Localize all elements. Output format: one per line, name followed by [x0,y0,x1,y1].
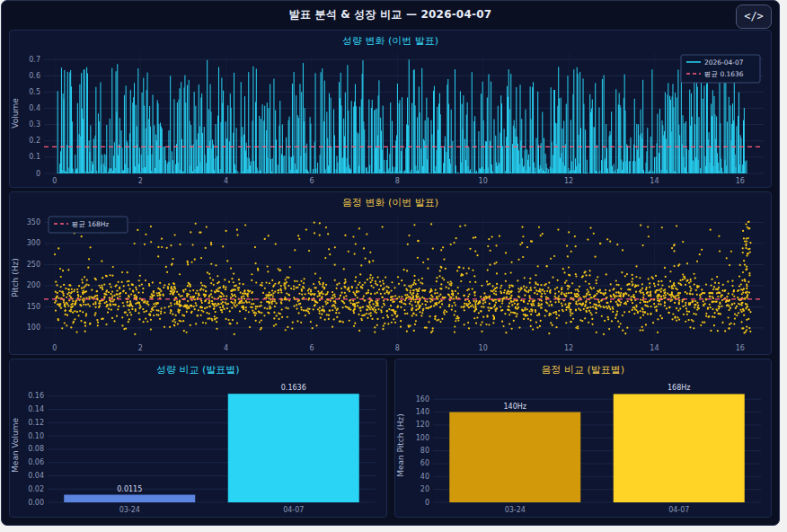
svg-text:0.2: 0.2 [29,137,40,145]
legend[interactable]: 평균 168Hz [49,217,128,233]
svg-text:8: 8 [395,177,400,185]
svg-text:4: 4 [224,344,228,352]
bar-04-07[interactable] [228,394,359,502]
legend[interactable]: 2026-04-07평균 0.1636 [681,55,760,83]
svg-text:0.06: 0.06 [28,458,44,466]
pitch-scatter-points [54,221,752,335]
volume-timeline-svg: 024681012141600.10.20.30.40.50.60.7Volum… [10,48,771,187]
volume-comparison-title: 성량 비교 (발표별) [10,359,386,377]
svg-text:20: 20 [420,485,429,493]
svg-text:2026-04-07: 2026-04-07 [704,58,744,66]
svg-text:14: 14 [650,344,659,352]
volume-comparison-svg: 0.000.020.040.060.080.100.120.140.16Mean… [10,377,386,517]
svg-text:40: 40 [420,473,429,481]
bar-value-label: 0.1636 [281,384,306,392]
svg-text:100: 100 [415,434,429,442]
header: 발표 분석 & 성장 비교 — 2026-04-07 </> [2,1,779,28]
x-tick-label: 04-07 [283,506,304,514]
x-tick-label: 04-07 [668,506,689,514]
svg-text:80: 80 [420,447,429,455]
svg-text:평균 0.1636: 평균 0.1636 [704,70,744,78]
bar-value-label: 140Hz [503,403,526,411]
svg-text:10: 10 [479,177,488,185]
pitch-comparison-title: 음정 비교 (발표별) [395,359,772,377]
svg-text:0.6: 0.6 [29,72,40,80]
svg-text:250: 250 [27,261,40,269]
svg-text:Volume: Volume [11,98,20,129]
svg-text:0.08: 0.08 [28,445,44,453]
svg-text:140: 140 [415,408,429,416]
volume-timeline-title: 성량 변화 (이번 발표) [10,31,771,48]
svg-text:14: 14 [650,177,659,185]
svg-text:200: 200 [27,281,40,289]
svg-text:10: 10 [479,344,488,352]
svg-text:8: 8 [395,344,400,352]
svg-text:0.4: 0.4 [29,104,40,112]
svg-text:0.5: 0.5 [29,88,40,96]
pitch-timeline-title: 음정 변화 (이번 발표) [10,192,771,209]
x-tick-label: 03-24 [504,506,525,514]
svg-text:평균 168Hz: 평균 168Hz [72,220,109,228]
svg-text:Mean Pitch (Hz): Mean Pitch (Hz) [396,413,405,477]
svg-text:60: 60 [420,459,429,467]
svg-text:6: 6 [309,344,314,352]
x-tick-label: 03-24 [119,506,140,514]
code-icon: </> [744,10,764,22]
svg-text:0.16: 0.16 [28,392,44,400]
svg-text:0: 0 [52,344,57,352]
svg-text:160: 160 [415,395,429,403]
svg-text:0: 0 [52,177,57,185]
pitch-comparison-svg: 020406080100120140160Mean Pitch (Hz)140H… [395,377,772,517]
svg-text:0.02: 0.02 [28,485,44,493]
svg-text:0.7: 0.7 [29,56,40,64]
code-toggle-button[interactable]: </> [736,4,772,29]
svg-text:6: 6 [309,177,314,185]
panel-pitch-comparison: 음정 비교 (발표별) 020406080100120140160Mean Pi… [394,359,773,518]
panel-volume-timeline: 성량 변화 (이번 발표) 024681012141600.10.20.30.4… [9,30,772,188]
svg-text:0: 0 [424,499,429,507]
svg-text:0.12: 0.12 [28,419,44,427]
pitch-timeline-svg: 0246810121416100150200250300350Pitch (Hz… [10,209,771,354]
bar-value-label: 0.0115 [117,485,142,493]
pitch-comparison-chart[interactable]: 020406080100120140160Mean Pitch (Hz)140H… [395,377,772,517]
bar-03-24[interactable] [449,412,580,502]
svg-text:350: 350 [27,218,40,226]
svg-text:16: 16 [736,177,745,185]
svg-text:0.10: 0.10 [28,432,44,440]
svg-text:0.14: 0.14 [28,405,44,413]
panel-volume-comparison: 성량 비교 (발표별) 0.000.020.040.060.080.100.12… [9,359,387,518]
page-title: 발표 분석 & 성장 비교 — 2026-04-07 [289,7,492,22]
svg-text:0.1: 0.1 [29,153,40,161]
bar-value-label: 168Hz [668,384,690,392]
svg-text:0.00: 0.00 [28,499,44,507]
volume-waveform [57,59,747,173]
svg-text:12: 12 [564,177,573,185]
bar-04-07[interactable] [613,394,744,502]
svg-text:2: 2 [138,344,143,352]
svg-text:100: 100 [27,324,40,332]
svg-text:Pitch (Hz): Pitch (Hz) [11,258,20,297]
panel-pitch-timeline: 음정 변화 (이번 발표) 02468101214161001502002503… [9,191,772,355]
svg-text:0.3: 0.3 [29,120,40,129]
svg-text:12: 12 [564,344,573,352]
svg-text:300: 300 [27,239,40,247]
volume-comparison-chart[interactable]: 0.000.020.040.060.080.100.120.140.16Mean… [10,377,386,517]
svg-text:Mean Volume: Mean Volume [11,418,20,473]
svg-text:0: 0 [36,170,40,178]
bar-03-24[interactable] [64,495,195,502]
volume-timeline-chart[interactable]: 024681012141600.10.20.30.40.50.60.7Volum… [10,48,771,187]
charts-area: 성량 변화 (이번 발표) 024681012141600.10.20.30.4… [9,30,772,518]
pitch-timeline-chart[interactable]: 0246810121416100150200250300350Pitch (Hz… [10,209,771,354]
svg-text:120: 120 [415,421,429,429]
dashboard-window: 발표 분석 & 성장 비교 — 2026-04-07 </> 성량 변화 (이번… [1,0,780,526]
svg-text:150: 150 [27,303,40,311]
svg-text:4: 4 [224,177,228,185]
svg-text:0.04: 0.04 [28,472,44,480]
comparison-row: 성량 비교 (발표별) 0.000.020.040.060.080.100.12… [9,359,772,518]
svg-text:2: 2 [138,177,143,185]
svg-text:16: 16 [736,344,745,352]
